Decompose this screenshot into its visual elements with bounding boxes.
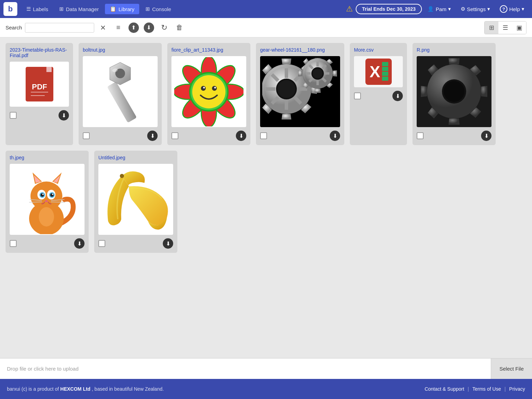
- company-name: HEXCOM Ltd: [60, 386, 90, 392]
- file-download-untitled[interactable]: ⬇: [163, 238, 173, 249]
- svg-line-97: [29, 202, 42, 202]
- upload-bar: Drop file or click here to upload Select…: [0, 358, 532, 379]
- file-card-bolt[interactable]: boltnut.jpg: [79, 43, 162, 145]
- grid-view-button[interactable]: ⊞: [485, 21, 498, 34]
- file-download-bolt[interactable]: ⬇: [147, 131, 158, 141]
- file-name-pdf: 2023-Timetable-plus-RAS-Final.pdf: [10, 47, 69, 58]
- privacy-link[interactable]: Privacy: [509, 386, 525, 392]
- file-checkbox-untitled[interactable]: [98, 240, 105, 247]
- console-nav-label: Console: [152, 6, 171, 12]
- file-download-pdf[interactable]: ⬇: [59, 110, 69, 121]
- data-manager-icon: ⊞: [59, 6, 64, 12]
- help-chevron-icon: ▾: [522, 6, 524, 12]
- svg-marker-71: [449, 118, 460, 125]
- trial-badge[interactable]: Trial Ends Dec 30, 2023: [356, 4, 422, 14]
- contact-support-link[interactable]: Contact & Support: [425, 386, 464, 392]
- select-file-label: Select File: [499, 366, 524, 372]
- list-view-button[interactable]: ☰: [498, 21, 512, 34]
- svg-marker-47: [298, 70, 302, 77]
- toolbar: Search ✕ ≡ ⬆ ⬇ ↻ 🗑 ⊞ ☰ ▣: [0, 18, 532, 37]
- file-checkbox-bolt[interactable]: [83, 132, 90, 139]
- nav-library[interactable]: 📋 Library: [105, 4, 139, 14]
- delete-button[interactable]: 🗑: [173, 21, 186, 34]
- gears-icon-svg: [262, 58, 338, 125]
- file-download-r[interactable]: ⬇: [481, 131, 491, 141]
- help-circle-icon: ?: [500, 5, 507, 13]
- data-manager-nav-label: Data Manager: [66, 6, 99, 12]
- svg-point-22: [203, 87, 205, 88]
- file-card-flower[interactable]: fiore_clip_art_11343.jpg: [167, 43, 250, 145]
- svg-point-80: [444, 81, 464, 102]
- clear-search-button[interactable]: ✕: [97, 21, 109, 34]
- labels-nav-label: Labels: [33, 6, 48, 12]
- file-checkbox-th[interactable]: [10, 240, 17, 247]
- image-view-button[interactable]: ▣: [512, 21, 526, 34]
- settings-menu[interactable]: ⚙ Settings ▾: [456, 4, 494, 14]
- svg-rect-67: [382, 67, 388, 71]
- nav-labels[interactable]: ☰ Labels: [21, 4, 53, 14]
- file-footer-gear: ⬇: [260, 131, 340, 141]
- user-menu[interactable]: 👤 Pam ▾: [423, 4, 455, 14]
- flower-icon-svg: [174, 57, 243, 126]
- svg-rect-68: [382, 72, 388, 76]
- select-file-button[interactable]: Select File: [491, 358, 532, 379]
- download-button[interactable]: ⬇: [143, 21, 155, 34]
- file-card-th[interactable]: th.jpeg: [6, 151, 89, 253]
- svg-point-21: [212, 86, 217, 91]
- user-chevron-icon: ▾: [448, 6, 451, 12]
- trash-icon: 🗑: [176, 24, 183, 32]
- file-card-r[interactable]: R.png: [413, 43, 496, 145]
- labels-icon: ☰: [26, 6, 31, 12]
- svg-marker-25: [282, 59, 291, 64]
- file-card-pdf[interactable]: 2023-Timetable-plus-RAS-Final.pdf PDF ⬇: [6, 43, 73, 145]
- svg-point-94: [52, 194, 53, 195]
- file-preview-pdf: PDF: [10, 62, 69, 107]
- file-preview-gear: [260, 56, 340, 127]
- search-input[interactable]: [25, 23, 94, 33]
- file-name-untitled: Untitled.jpeg: [98, 155, 173, 160]
- file-preview-th: [10, 164, 85, 235]
- file-footer-r: ⬇: [417, 131, 491, 141]
- svg-point-93: [42, 194, 44, 195]
- file-card-more[interactable]: More.csv X ⬇: [350, 43, 407, 145]
- file-name-gear: gear-wheel-162161__180.png: [260, 47, 340, 53]
- app-logo[interactable]: b: [3, 2, 17, 16]
- file-checkbox-gear[interactable]: [260, 132, 267, 139]
- file-footer-th: ⬇: [10, 238, 85, 249]
- refresh-button[interactable]: ↻: [158, 21, 170, 34]
- footer: barxui (c) is a product of HEXCOM Ltd , …: [0, 379, 532, 399]
- file-download-gear[interactable]: ⬇: [330, 131, 340, 141]
- svg-rect-6: [107, 81, 137, 123]
- file-card-gear[interactable]: gear-wheel-162161__180.png: [256, 43, 344, 145]
- drop-zone[interactable]: Drop file or click here to upload: [0, 358, 491, 379]
- help-label: Help: [509, 6, 520, 12]
- file-name-bolt: boltnut.jpg: [83, 47, 158, 53]
- file-download-flower[interactable]: ⬇: [236, 131, 246, 141]
- banana-svg: [101, 166, 170, 233]
- terms-of-use-link[interactable]: Terms of Use: [472, 386, 501, 392]
- file-checkbox-r[interactable]: [417, 132, 424, 139]
- file-card-untitled[interactable]: Untitled.jpeg: [94, 151, 177, 253]
- image-view-icon: ▣: [516, 24, 522, 32]
- file-checkbox-more[interactable]: [354, 92, 361, 99]
- nav-data-manager[interactable]: ⊞ Data Manager: [54, 4, 104, 14]
- drop-zone-label: Drop file or click here to upload: [7, 366, 79, 372]
- user-name: Pam: [436, 6, 446, 12]
- file-download-th[interactable]: ⬇: [74, 238, 85, 249]
- grid-view-icon: ⊞: [489, 24, 494, 32]
- svg-point-55: [313, 69, 322, 78]
- file-checkbox-flower[interactable]: [171, 132, 178, 139]
- logo-text: b: [8, 5, 12, 14]
- help-menu[interactable]: ? Help ▾: [496, 3, 529, 15]
- trial-warning-icon: ⚠: [346, 5, 353, 14]
- svg-marker-70: [449, 58, 460, 64]
- file-checkbox-pdf[interactable]: [10, 112, 17, 119]
- nav-console[interactable]: ⊞ Console: [141, 4, 176, 14]
- filter-icon: ≡: [116, 24, 121, 32]
- file-download-more[interactable]: ⬇: [392, 91, 403, 101]
- csv-icon-svg: X: [365, 58, 392, 86]
- filter-button[interactable]: ≡: [112, 21, 125, 34]
- svg-point-100: [39, 207, 54, 227]
- upload-button[interactable]: ⬆: [127, 21, 140, 34]
- user-icon: 👤: [427, 6, 434, 12]
